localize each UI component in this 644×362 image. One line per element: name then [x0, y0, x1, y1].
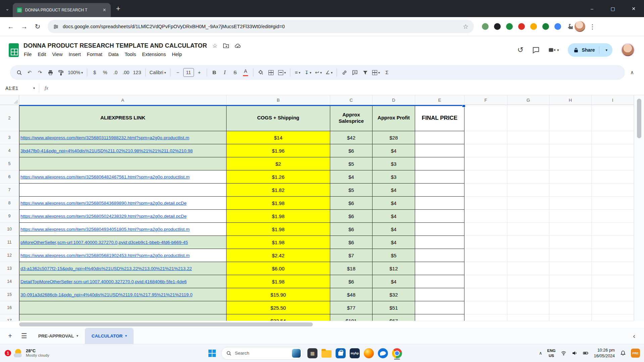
minimize-button[interactable]: – [582, 0, 602, 17]
extension-icon-1[interactable] [482, 23, 489, 30]
name-box-chevron-icon[interactable]: ▾ [33, 86, 35, 90]
cell-F4[interactable] [464, 144, 507, 157]
strikethrough-button[interactable]: S [230, 67, 240, 78]
cell-B8[interactable]: $1.98 [227, 197, 330, 210]
cell-F2[interactable] [464, 105, 507, 131]
cell-H16[interactable] [549, 301, 592, 314]
cell-C14[interactable]: $6 [330, 275, 373, 288]
selection-fill-handle[interactable] [462, 105, 465, 107]
cell-B16[interactable]: $25.50 [227, 301, 330, 314]
column-header-I[interactable]: I [592, 95, 634, 105]
horizontal-align-button[interactable]: ≡▾ [293, 67, 303, 78]
cell-D8[interactable]: $4 [373, 197, 415, 210]
browser-profile-avatar[interactable] [575, 21, 585, 32]
cell-C11[interactable]: $6 [330, 236, 373, 249]
cell-I6[interactable] [592, 170, 634, 184]
cell-F5[interactable] [464, 157, 507, 170]
cell-G3[interactable] [507, 131, 549, 144]
cell-A13[interactable]: d3-a1362c5077f2-15&pdp_npi=4%40dis%21USD… [19, 262, 227, 275]
new-tab-button[interactable]: + [116, 4, 120, 13]
share-button[interactable]: Share ▾ [568, 43, 612, 57]
language-indicator[interactable]: ENG US [547, 348, 556, 358]
zoom-select[interactable]: 100%▾ [66, 67, 85, 78]
extension-icon-3[interactable] [506, 23, 513, 30]
row-header-13[interactable]: 13 [0, 262, 19, 275]
cell-B11[interactable]: $1.98 [227, 236, 330, 249]
cell-B4[interactable]: $1.96 [227, 144, 330, 157]
cell-E7[interactable] [415, 184, 464, 197]
cell-H13[interactable] [549, 262, 592, 275]
cell-G13[interactable] [507, 262, 549, 275]
row-header-16[interactable]: 16 [0, 301, 19, 314]
functions-button[interactable]: Σ [382, 67, 392, 78]
cell-G5[interactable] [507, 157, 549, 170]
cell-F8[interactable] [464, 197, 507, 210]
cell-A7[interactable] [19, 184, 227, 197]
battery-icon[interactable] [583, 350, 589, 356]
cell-G15[interactable] [507, 288, 549, 301]
insert-comment-button[interactable] [350, 67, 360, 78]
collapse-toolbar-icon[interactable]: ∧ [630, 69, 634, 75]
cell-E14[interactable] [415, 275, 464, 288]
tab-search-chevron-icon[interactable]: ⌄ [5, 6, 9, 11]
cell-B3[interactable]: $14 [227, 131, 330, 144]
cell-C9[interactable]: $6 [330, 210, 373, 223]
vertical-scrollbar-thumb[interactable] [637, 99, 641, 138]
cell-I17[interactable] [592, 314, 634, 321]
screen-recorder-badge[interactable]: PRE [631, 349, 640, 358]
cell-D3[interactable]: $28 [373, 131, 415, 144]
menu-view[interactable]: View [49, 51, 65, 58]
cell-E17[interactable] [415, 314, 464, 321]
url-text[interactable]: docs.google.com/spreadsheets/d/1LMlC2VdQ… [63, 24, 459, 29]
account-avatar[interactable] [621, 43, 635, 57]
menu-file[interactable]: File [21, 51, 35, 58]
cell-D11[interactable]: $4 [373, 236, 415, 249]
cell-D12[interactable]: $5 [373, 249, 415, 262]
column-header-C[interactable]: C [330, 95, 373, 105]
cell-E6[interactable] [415, 170, 464, 184]
comments-icon[interactable] [532, 46, 540, 54]
cell-G6[interactable] [507, 170, 549, 184]
cell-B15[interactable]: $15.90 [227, 288, 330, 301]
cell-I4[interactable] [592, 144, 634, 157]
create-filter-button[interactable] [360, 67, 370, 78]
print-icon[interactable] [45, 67, 55, 78]
cell-E8[interactable] [415, 197, 464, 210]
row-header-8[interactable]: 8 [0, 197, 19, 210]
cell-H2[interactable] [549, 105, 592, 131]
sheet-tab-chevron-icon[interactable]: ▾ [125, 334, 127, 338]
cell-H8[interactable] [549, 197, 592, 210]
column-header-G[interactable]: G [507, 95, 549, 105]
cell-F3[interactable] [464, 131, 507, 144]
cell-C2[interactable]: Approx Salesprice [330, 105, 373, 131]
text-color-button[interactable]: A [241, 67, 251, 78]
cell-E9[interactable] [415, 210, 464, 223]
cell-A12[interactable]: https://www.aliexpress.com/item/32568056… [19, 249, 227, 262]
undo-icon[interactable]: ↶ [24, 67, 35, 78]
cell-E16[interactable] [415, 301, 464, 314]
cell-E12[interactable] [415, 249, 464, 262]
cell-D14[interactable]: $4 [373, 275, 415, 288]
taskbar-search[interactable]: Search [221, 347, 303, 360]
cell-A9[interactable]: https://www.aliexpress.com/item/32568050… [19, 210, 227, 223]
extension-icon-5[interactable] [530, 23, 537, 30]
merge-cells-button[interactable]: ▾ [277, 67, 288, 78]
cell-C7[interactable]: $5 [330, 184, 373, 197]
add-sheet-button[interactable]: + [3, 329, 17, 343]
vertical-scrollbar[interactable] [634, 95, 644, 321]
cell-A14[interactable]: DetailTopMoreOtherSeller,scm-url:1007.40… [19, 275, 227, 288]
menu-help[interactable]: Help [169, 51, 185, 58]
document-title[interactable]: DONNA PRODUCT RESEARCH TEMPLATE AND CALC… [23, 42, 207, 49]
cell-B2[interactable]: COGS + Shipping [227, 105, 330, 131]
vertical-align-button[interactable]: ↧▾ [303, 67, 313, 78]
horizontal-scrollbar[interactable] [0, 321, 634, 328]
menu-insert[interactable]: Insert [66, 51, 84, 58]
cell-A15[interactable]: 30-091a3d2686cb-1&pdp_npi=4%40dis%21USD%… [19, 288, 227, 301]
cell-G10[interactable] [507, 223, 549, 236]
cell-F11[interactable] [464, 236, 507, 249]
sheet-tab-chevron-icon[interactable]: ▾ [77, 334, 78, 338]
menu-edit[interactable]: Edit [35, 51, 49, 58]
cell-H11[interactable] [549, 236, 592, 249]
cell-C15[interactable]: $48 [330, 288, 373, 301]
cell-E5[interactable] [415, 157, 464, 170]
